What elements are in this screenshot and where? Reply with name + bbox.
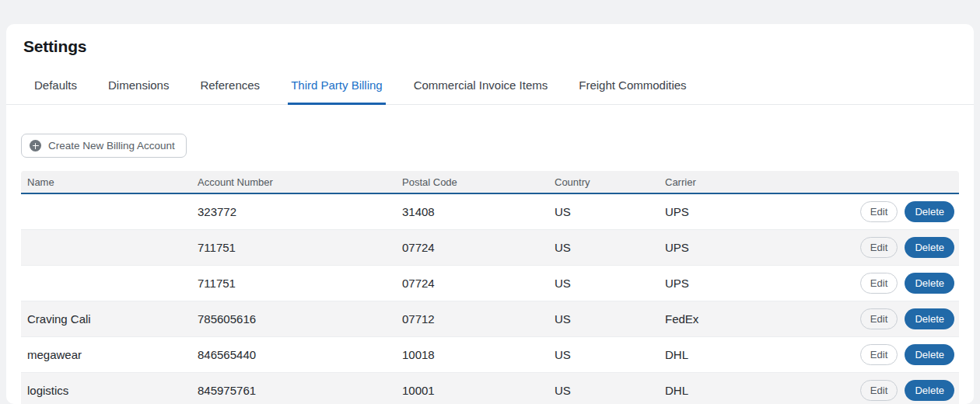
delete-button[interactable]: Delete	[905, 237, 954, 258]
edit-button[interactable]: Edit	[860, 308, 898, 329]
cell-account-number: 785605616	[191, 301, 396, 337]
cell-country: US	[548, 230, 659, 266]
table-header-row: Name Account Number Postal Code Country …	[21, 171, 959, 194]
tab-commercial-invoice-items[interactable]: Commercial Invoice Items	[411, 78, 551, 105]
cell-actions: Edit Delete	[853, 266, 959, 301]
table-row: 711751 07724 US UPS Edit Delete	[21, 266, 959, 301]
cell-name	[21, 194, 191, 230]
create-button-label: Create New Billing Account	[48, 140, 175, 152]
cell-country: US	[548, 194, 659, 230]
cell-carrier: UPS	[659, 266, 853, 301]
create-new-billing-account-button[interactable]: Create New Billing Account	[21, 134, 187, 158]
cell-carrier: UPS	[659, 194, 853, 230]
column-header-name: Name	[21, 171, 191, 194]
cell-name: logistics	[21, 373, 191, 404]
edit-button[interactable]: Edit	[860, 201, 898, 222]
cell-account-number: 711751	[191, 230, 396, 266]
table-row: 711751 07724 US UPS Edit Delete	[21, 230, 959, 266]
plus-circle-icon	[30, 140, 41, 152]
cell-actions: Edit Delete	[853, 301, 959, 337]
cell-actions: Edit Delete	[853, 194, 959, 230]
cell-carrier: DHL	[659, 337, 853, 373]
tab-defaults[interactable]: Defaults	[31, 78, 80, 105]
tab-references[interactable]: References	[197, 78, 263, 105]
edit-button[interactable]: Edit	[860, 273, 898, 294]
column-header-carrier: Carrier	[659, 171, 853, 194]
settings-tab-bar: Defaults Dimensions References Third Par…	[6, 78, 974, 105]
edit-button[interactable]: Edit	[860, 344, 898, 365]
cell-carrier: FedEx	[659, 301, 853, 337]
cell-postal-code: 31408	[396, 194, 548, 230]
settings-card: Settings Defaults Dimensions References …	[6, 24, 974, 404]
cell-name: megawear	[21, 337, 191, 373]
cell-name	[21, 230, 191, 266]
cell-carrier: DHL	[659, 373, 853, 404]
cell-account-number: 846565440	[191, 337, 396, 373]
billing-table-body: 323772 31408 US UPS Edit Delete 711751 0…	[21, 194, 959, 404]
cell-postal-code: 07724	[396, 230, 548, 266]
table-row: megawear 846565440 10018 US DHL Edit Del…	[21, 337, 959, 373]
table-row: 323772 31408 US UPS Edit Delete	[21, 194, 959, 230]
cell-account-number: 323772	[191, 194, 396, 230]
delete-button[interactable]: Delete	[905, 273, 954, 294]
cell-postal-code: 07724	[396, 266, 548, 301]
column-header-country: Country	[548, 171, 659, 194]
delete-button[interactable]: Delete	[905, 380, 954, 401]
page-title: Settings	[23, 37, 957, 57]
cell-actions: Edit Delete	[853, 337, 959, 373]
cell-country: US	[548, 373, 659, 404]
cell-actions: Edit Delete	[853, 373, 959, 404]
billing-accounts-table: Name Account Number Postal Code Country …	[21, 171, 959, 404]
table-row: logistics 845975761 10001 US DHL Edit De…	[21, 373, 959, 404]
table-row: Craving Cali 785605616 07712 US FedEx Ed…	[21, 301, 959, 337]
delete-button[interactable]: Delete	[905, 308, 954, 329]
cell-account-number: 845975761	[191, 373, 396, 404]
cell-name	[21, 266, 191, 301]
cell-postal-code: 07712	[396, 301, 548, 337]
cell-account-number: 711751	[191, 266, 396, 301]
column-header-actions	[853, 171, 959, 194]
cell-country: US	[548, 266, 659, 301]
cell-postal-code: 10018	[396, 337, 548, 373]
tab-freight-commodities[interactable]: Freight Commodities	[576, 78, 689, 105]
cell-name: Craving Cali	[21, 301, 191, 337]
column-header-account-number: Account Number	[191, 171, 396, 194]
column-header-postal-code: Postal Code	[396, 171, 548, 194]
cell-country: US	[548, 301, 659, 337]
edit-button[interactable]: Edit	[860, 237, 898, 258]
delete-button[interactable]: Delete	[905, 201, 954, 222]
edit-button[interactable]: Edit	[860, 380, 898, 401]
tab-third-party-billing[interactable]: Third Party Billing	[288, 78, 386, 105]
cell-carrier: UPS	[659, 230, 853, 266]
cell-postal-code: 10001	[396, 373, 548, 404]
tab-dimensions[interactable]: Dimensions	[105, 78, 172, 105]
delete-button[interactable]: Delete	[905, 344, 954, 365]
cell-country: US	[548, 337, 659, 373]
cell-actions: Edit Delete	[853, 230, 959, 266]
